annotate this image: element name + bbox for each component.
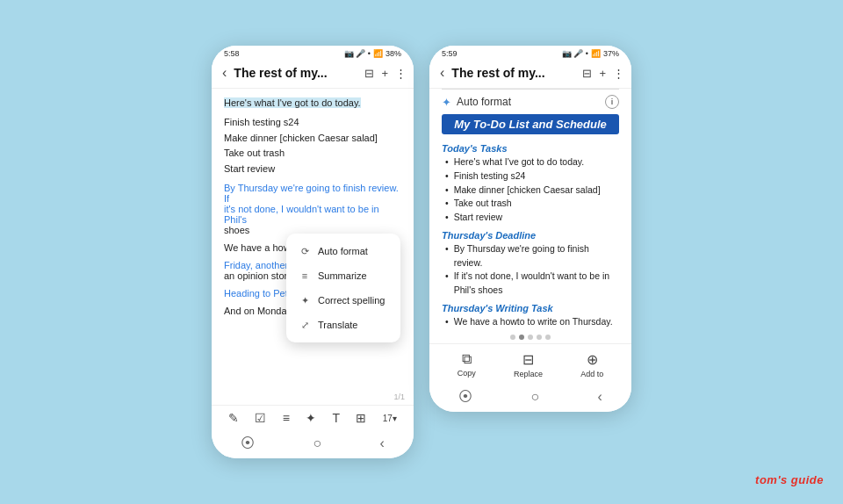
right-book-icon[interactable]: ⊟ bbox=[582, 67, 592, 80]
addto-label: Add to bbox=[580, 370, 603, 378]
right-note-content: Today's Tasks •Here's what I've got to d… bbox=[429, 140, 631, 329]
right-nav-recent-icon[interactable]: ⦿ bbox=[458, 389, 472, 405]
right-phone: 5:59 📷 🎤 • 📶 37% ‹ The rest of my... ⊟ +… bbox=[429, 46, 631, 412]
left-nav-bar: ⦿ ○ ‹ bbox=[212, 430, 414, 458]
right-title: The rest of my... bbox=[451, 66, 579, 80]
copy-icon: ⧉ bbox=[462, 351, 472, 367]
left-note-content: Here's what I've got to do today. Finish… bbox=[212, 89, 414, 405]
right-icons: 📷 🎤 • bbox=[562, 49, 588, 58]
left-title: The rest of my... bbox=[234, 66, 361, 80]
toolbar-check-icon[interactable]: ☑ bbox=[255, 411, 266, 425]
left-back-button[interactable]: ‹ bbox=[219, 63, 230, 83]
toolbar-pen-icon[interactable]: ✎ bbox=[228, 411, 239, 425]
spelling-icon: ✦ bbox=[299, 294, 311, 306]
right-bottom-actions: ⧉ Copy ⊟ Replace ⊕ Add to bbox=[429, 343, 631, 384]
menu-item-autoformat[interactable]: ⟳ Auto format bbox=[286, 239, 400, 263]
menu-label-translate: Translate bbox=[318, 320, 357, 330]
copy-label: Copy bbox=[458, 369, 476, 378]
blue-text-1: By Thursday we're going to finish review… bbox=[224, 183, 399, 225]
summarize-icon: ≡ bbox=[299, 270, 311, 282]
note-para-1: Here's what I've got to do today. bbox=[224, 97, 401, 108]
right-status-bar: 5:59 📷 🎤 • 📶 37% bbox=[429, 46, 631, 60]
dot-1 bbox=[510, 335, 515, 340]
right-add-icon[interactable]: + bbox=[599, 67, 606, 80]
autoformat-banner: ✦ Auto format i bbox=[429, 90, 631, 112]
menu-item-summarize[interactable]: ≡ Summarize bbox=[286, 263, 400, 288]
autoformat-left: ✦ Auto format bbox=[442, 96, 511, 109]
plain-text-shoes: shoes bbox=[224, 225, 249, 235]
nav-home-icon[interactable]: ○ bbox=[313, 436, 321, 451]
right-top-bar: ‹ The rest of my... ⊟ + ⋮ bbox=[429, 60, 631, 89]
sparkle-icon: ✦ bbox=[442, 96, 451, 109]
left-top-bar: ‹ The rest of my... ⊟ + ⋮ bbox=[212, 60, 414, 89]
section-title-thursday: Thursday's Deadline bbox=[442, 230, 619, 241]
context-menu: ⟳ Auto format ≡ Summarize ✦ Correct spel… bbox=[286, 234, 400, 342]
dot-4 bbox=[537, 335, 542, 340]
right-nav-home-icon[interactable]: ○ bbox=[530, 389, 539, 405]
left-bottom-toolbar: ✎ ☑ ≡ ✦ T ⊞ 17▾ bbox=[212, 405, 414, 430]
right-nav-back-icon[interactable]: ‹ bbox=[597, 389, 602, 405]
note-line-2: Make dinner [chicken Caesar salad] bbox=[224, 131, 401, 146]
toolbar-sparkle-icon[interactable]: ✦ bbox=[306, 411, 316, 425]
bullet-item: •Start review bbox=[445, 211, 619, 225]
replace-icon: ⊟ bbox=[522, 351, 534, 368]
para4-plain: an opinion story bbox=[224, 270, 292, 281]
left-book-icon[interactable]: ⊟ bbox=[364, 67, 374, 80]
right-nav-bar: ⦿ ○ ‹ bbox=[429, 384, 631, 412]
left-phone: 5:58 📷 🎤 • 📶 38% ‹ The rest of my... ⊟ +… bbox=[212, 46, 414, 458]
left-icons: 📷 🎤 • bbox=[344, 49, 371, 58]
toolbar-text-icon[interactable]: T bbox=[333, 411, 341, 425]
dots-indicator bbox=[429, 329, 631, 343]
right-wifi: 📶 bbox=[591, 49, 601, 58]
copy-button[interactable]: ⧉ Copy bbox=[458, 351, 476, 378]
note-para-2: By Thursday we're going to finish review… bbox=[224, 183, 401, 235]
translate-icon: ⤢ bbox=[299, 319, 311, 331]
bullet-item: •We have a howto to write on Thursday. bbox=[445, 315, 619, 329]
left-more-icon[interactable]: ⋮ bbox=[395, 67, 407, 80]
menu-label-autoformat: Auto format bbox=[318, 246, 368, 256]
brand-name: tom's bbox=[755, 473, 788, 486]
dot-3 bbox=[528, 335, 533, 340]
toolbar-list-icon[interactable]: ≡ bbox=[283, 411, 290, 425]
bullet-item: •By Thursday we're going to finish revie… bbox=[445, 242, 619, 270]
bullet-item: •Make dinner [chicken Caesar salad] bbox=[445, 184, 619, 198]
left-add-icon[interactable]: + bbox=[381, 67, 388, 80]
right-back-button[interactable]: ‹ bbox=[436, 63, 448, 83]
left-status-bar: 5:58 📷 🎤 • 📶 38% bbox=[212, 46, 414, 60]
note-para-tasks: Finish testing s24 Make dinner [chicken … bbox=[224, 115, 401, 176]
autoformat-label: Auto format bbox=[457, 96, 511, 108]
brand-highlight: guide bbox=[791, 473, 824, 486]
menu-label-summarize: Summarize bbox=[318, 270, 367, 281]
right-top-icons: ⊟ + ⋮ bbox=[582, 67, 624, 80]
brand-watermark: tom's guide bbox=[755, 473, 824, 486]
replace-button[interactable]: ⊟ Replace bbox=[514, 351, 543, 378]
toolbar-size[interactable]: 17▾ bbox=[383, 414, 397, 423]
right-battery: 37% bbox=[603, 49, 619, 58]
note-line-3: Take out trash bbox=[224, 146, 401, 161]
left-battery: 38% bbox=[385, 49, 401, 58]
toolbar-grid-icon[interactable]: ⊞ bbox=[356, 411, 366, 425]
menu-label-spelling: Correct spelling bbox=[318, 295, 385, 306]
right-more-icon[interactable]: ⋮ bbox=[613, 67, 624, 80]
note-line-1: Finish testing s24 bbox=[224, 115, 401, 130]
nav-recent-icon[interactable]: ⦿ bbox=[241, 436, 255, 451]
dot-2 bbox=[519, 335, 524, 340]
nav-back-icon[interactable]: ‹ bbox=[379, 436, 384, 451]
bullet-item: •Take out trash bbox=[445, 197, 619, 211]
left-top-icons: ⊟ + ⋮ bbox=[364, 67, 407, 80]
section-title-today: Today's Tasks bbox=[442, 143, 619, 154]
addto-icon: ⊕ bbox=[587, 351, 598, 368]
replace-label: Replace bbox=[514, 370, 543, 378]
page-num: 1/1 bbox=[393, 392, 405, 401]
addto-button[interactable]: ⊕ Add to bbox=[580, 351, 603, 378]
menu-item-translate[interactable]: ⤢ Translate bbox=[286, 313, 400, 337]
doc-title: My To-Do List and Schedule bbox=[442, 114, 619, 134]
menu-item-correct-spelling[interactable]: ✦ Correct spelling bbox=[286, 288, 400, 313]
dot-5 bbox=[545, 335, 551, 340]
autoformat-icon: ⟳ bbox=[299, 245, 311, 257]
info-icon[interactable]: i bbox=[605, 95, 619, 109]
left-wifi: 📶 bbox=[373, 49, 383, 58]
bullet-item: •Finish testing s24 bbox=[445, 169, 619, 184]
left-time: 5:58 bbox=[224, 49, 240, 58]
note-line-4: Start review bbox=[224, 162, 401, 176]
